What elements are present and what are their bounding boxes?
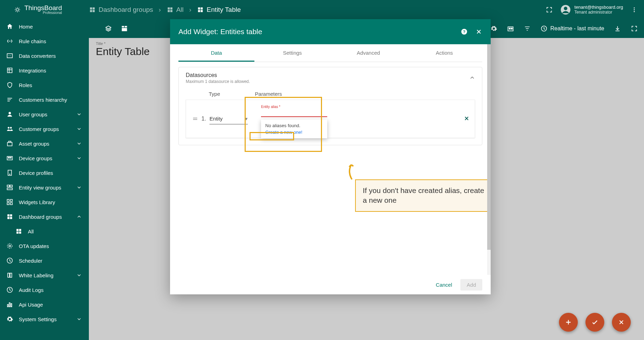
sidebar-item-label: Asset groups bbox=[19, 141, 49, 147]
sidebar-item-data-converters[interactable]: Data converters bbox=[0, 48, 89, 63]
user-role: Tenant administrator bbox=[574, 10, 623, 15]
column-type-label: Type bbox=[209, 91, 220, 97]
sidebar-item-label: Customers hierarchy bbox=[19, 97, 67, 103]
svg-rect-26 bbox=[8, 157, 9, 159]
tab-settings[interactable]: Settings bbox=[254, 44, 330, 62]
chevron-down-icon bbox=[76, 111, 83, 118]
sidebar-item-user-groups[interactable]: User groups bbox=[0, 107, 89, 122]
sidebar-item-label: Scheduler bbox=[19, 258, 43, 264]
dashboard-icon bbox=[89, 6, 96, 13]
sidebar-item-white-labeling[interactable]: White Labeling bbox=[0, 268, 89, 283]
sidebar-item-scheduler[interactable]: Scheduler bbox=[0, 253, 89, 268]
sidebar-item-dashboard-groups[interactable]: Dashboard groups bbox=[0, 209, 89, 224]
sidebar-item-device-profiles[interactable]: Device profiles bbox=[0, 165, 89, 180]
rules-icon bbox=[6, 38, 13, 45]
breadcrumb-dashboard-groups[interactable]: Dashboard groups bbox=[89, 6, 153, 14]
datasource-type-select[interactable]: Entity ▾ bbox=[209, 114, 248, 124]
breadcrumb: Dashboard groups › All › Entity Table bbox=[89, 6, 241, 14]
close-icon[interactable] bbox=[475, 28, 482, 35]
sidebar-item-api-usage[interactable]: Api Usage bbox=[0, 297, 89, 312]
dropdown-arrow-icon: ▾ bbox=[245, 116, 248, 122]
chevron-down-icon bbox=[76, 140, 83, 147]
tab-advanced[interactable]: Advanced bbox=[330, 44, 406, 62]
alias-dropdown: No aliases found. Create a new one! bbox=[261, 119, 327, 138]
app-edition: Professional bbox=[43, 11, 62, 15]
modal-overlay: Add Widget: Entities table ? DataSetting… bbox=[89, 19, 644, 340]
svg-rect-32 bbox=[7, 188, 13, 190]
breadcrumb-current[interactable]: Entity Table bbox=[197, 6, 241, 14]
app-logo[interactable]: ThingsBoard Professional bbox=[0, 5, 89, 15]
sidebar-item-roles[interactable]: Roles bbox=[0, 78, 89, 92]
chevron-down-icon bbox=[76, 272, 83, 279]
svg-rect-37 bbox=[7, 214, 9, 216]
modal-title: Add Widget: Entities table bbox=[178, 28, 262, 36]
sidebar-item-all[interactable]: All bbox=[0, 224, 89, 239]
svg-rect-23 bbox=[7, 142, 12, 146]
sidebar-item-ota-updates[interactable]: OTA updates bbox=[0, 239, 89, 253]
svg-point-22 bbox=[10, 127, 12, 129]
profiles-icon bbox=[6, 169, 13, 176]
sidebar-item-entity-view-groups[interactable]: Entity view groups bbox=[0, 180, 89, 195]
chevron-down-icon bbox=[76, 316, 83, 323]
sidebar-item-label: Dashboard groups bbox=[19, 214, 62, 220]
svg-point-46 bbox=[7, 244, 12, 248]
card-subtitle: Maximum 1 datasource is allowed. bbox=[186, 79, 475, 84]
add-widget-modal: Add Widget: Entities table ? DataSetting… bbox=[170, 19, 491, 294]
sidebar-item-integrations[interactable]: Integrations bbox=[0, 63, 89, 78]
dashboard-icon bbox=[197, 6, 204, 13]
svg-rect-50 bbox=[9, 303, 10, 307]
svg-rect-5 bbox=[168, 7, 170, 9]
more-vert-icon[interactable] bbox=[631, 6, 638, 13]
chevron-down-icon bbox=[76, 184, 83, 191]
svg-point-20 bbox=[9, 112, 11, 114]
remove-datasource-icon[interactable] bbox=[463, 115, 470, 122]
svg-rect-44 bbox=[19, 232, 21, 234]
create-alias-link[interactable]: Create a new one! bbox=[265, 130, 323, 135]
svg-rect-27 bbox=[10, 157, 12, 159]
entity-alias-input[interactable] bbox=[261, 109, 327, 117]
user-menu[interactable]: tenant@thingsboard.org Tenant administra… bbox=[560, 5, 623, 15]
add-button[interactable]: Add bbox=[460, 279, 482, 291]
hierarchy-icon bbox=[6, 96, 13, 103]
sidebar-item-system-settings[interactable]: System Settings bbox=[0, 312, 89, 326]
api-icon bbox=[6, 301, 13, 308]
tab-actions[interactable]: Actions bbox=[406, 44, 482, 62]
svg-rect-4 bbox=[93, 10, 95, 12]
sidebar-item-label: Device groups bbox=[19, 155, 52, 161]
svg-rect-31 bbox=[10, 185, 13, 187]
datasource-row: 1. Entity ▾ Entity alias * No aliases fo… bbox=[186, 100, 475, 138]
sidebar-item-device-groups[interactable]: Device groups bbox=[0, 151, 89, 165]
breadcrumb-all[interactable]: All bbox=[167, 6, 184, 14]
svg-point-16 bbox=[634, 9, 635, 10]
sidebar-item-label: OTA updates bbox=[19, 243, 49, 249]
drag-handle-icon[interactable] bbox=[192, 115, 199, 122]
home-icon bbox=[6, 23, 13, 30]
svg-text:?: ? bbox=[463, 29, 465, 34]
entityview-icon bbox=[6, 184, 13, 191]
roles-icon bbox=[6, 82, 13, 88]
card-title: Datasources bbox=[186, 72, 475, 78]
sidebar-item-customer-groups[interactable]: Customer groups bbox=[0, 122, 89, 136]
scheduler-icon bbox=[6, 257, 13, 264]
sidebar-item-audit-logs[interactable]: Audit Logs bbox=[0, 283, 89, 297]
sidebar-item-home[interactable]: Home bbox=[0, 19, 89, 34]
sidebar-item-asset-groups[interactable]: Asset groups bbox=[0, 136, 89, 151]
cancel-button[interactable]: Cancel bbox=[436, 282, 452, 288]
sidebar-item-widgets-library[interactable]: Widgets Library bbox=[0, 195, 89, 209]
sidebar-item-customers-hierarchy[interactable]: Customers hierarchy bbox=[0, 92, 89, 107]
fullscreen-icon[interactable] bbox=[546, 6, 553, 13]
svg-rect-10 bbox=[201, 7, 203, 9]
chevron-up-icon[interactable] bbox=[469, 74, 476, 81]
sidebar-item-label: Home bbox=[19, 24, 33, 30]
audit-icon bbox=[6, 286, 13, 293]
tab-data[interactable]: Data bbox=[178, 44, 254, 62]
labeling-icon bbox=[6, 272, 13, 279]
svg-rect-24 bbox=[9, 141, 11, 142]
modal-scrollbar[interactable] bbox=[487, 44, 491, 275]
sidebar-item-rule-chains[interactable]: Rule chains bbox=[0, 34, 89, 48]
help-icon[interactable]: ? bbox=[461, 28, 468, 35]
svg-rect-7 bbox=[168, 10, 170, 12]
svg-rect-3 bbox=[90, 10, 92, 12]
dashboard-icon bbox=[167, 6, 174, 13]
sidebar-item-label: Data converters bbox=[19, 53, 56, 59]
